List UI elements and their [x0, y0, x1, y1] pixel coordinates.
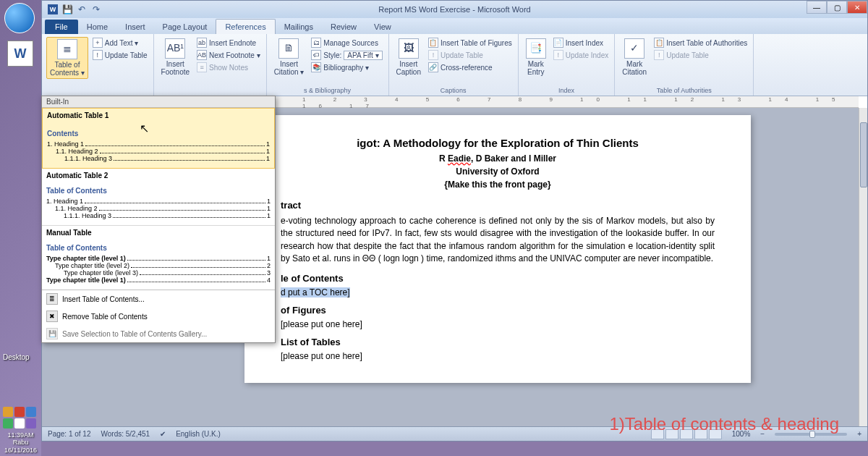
doc-university: University of Oxford: [281, 166, 715, 177]
abstract-body: e-voting technology approach to cache co…: [281, 215, 715, 266]
doc-authors: R Eadie, D Baker and I Miller: [281, 153, 715, 164]
cross-reference-button[interactable]: 🔗Cross-reference: [427, 62, 514, 73]
table-of-contents-button[interactable]: ≣ Table of Contents ▾: [46, 37, 88, 79]
insert-index-button[interactable]: 📄Insert Index: [552, 37, 610, 48]
minimize-button[interactable]: —: [807, 1, 827, 14]
mark-citation-icon: ✓: [624, 38, 644, 59]
tab-insert[interactable]: Insert: [116, 20, 154, 34]
insert-toc-icon: ≣: [46, 293, 58, 305]
endnote-icon: ab: [197, 38, 207, 48]
notes-icon: ≡: [197, 62, 207, 72]
word-icon: W: [48, 4, 58, 14]
status-proof-icon[interactable]: ✔: [160, 430, 166, 438]
citation-style-dropdown[interactable]: 🏷Style: APA Fift ▾: [310, 49, 383, 61]
dropdown-section-builtin: Built-In: [42, 96, 275, 108]
figs-icon: 📋: [428, 38, 438, 48]
tab-page-layout[interactable]: Page Layout: [154, 20, 216, 34]
title-bar: W 💾 ↶ ↷ Report MS Word Exercise - Micros…: [42, 1, 867, 18]
insert-citation-button[interactable]: 🗎 Insert Citation ▾: [271, 37, 307, 77]
cross-icon: 🔗: [428, 62, 438, 72]
tray-icon[interactable]: [3, 418, 13, 428]
save-toc-gallery-menuitem[interactable]: 💾Save Selection to Table of Contents Gal…: [42, 325, 275, 342]
window-title: Report MS Word Exercise - Microsoft Word: [378, 5, 530, 14]
update-index-button[interactable]: !Update Index: [552, 49, 610, 61]
tab-review[interactable]: Review: [322, 20, 365, 34]
tray-icon[interactable]: [3, 407, 13, 417]
lof-placeholder: [please put one here]: [281, 319, 715, 329]
tray-icon[interactable]: [26, 407, 36, 417]
qat-undo-icon[interactable]: ↶: [77, 4, 87, 14]
show-notes-button[interactable]: ≡Show Notes: [195, 62, 262, 73]
toc-style-automatic-2[interactable]: Automatic Table 2 Table of Contents 1. H…: [42, 169, 275, 226]
update-captions-button[interactable]: !Update Table: [427, 49, 514, 61]
document-page[interactable]: igot: A Methodology for the Exploration …: [244, 115, 751, 383]
vertical-scrollbar[interactable]: [859, 108, 867, 426]
bibliography-button[interactable]: 📚Bibliography ▾: [310, 62, 383, 73]
toc-placeholder: d put a TOC here]: [281, 287, 715, 297]
maximize-button[interactable]: ▢: [827, 1, 847, 14]
mark-citation-button[interactable]: ✓ Mark Citation: [619, 37, 650, 77]
tab-references[interactable]: References: [216, 19, 275, 34]
footnote-icon: AB¹: [165, 38, 185, 59]
insert-toc-menuitem[interactable]: ≣Insert Table of Contents...: [42, 290, 275, 308]
zoom-in-button[interactable]: +: [857, 430, 861, 438]
doc-title: igot: A Methodology for the Exploration …: [281, 137, 715, 149]
bib-icon: 📚: [311, 62, 321, 72]
doc-front-note: {Make this the front page}: [281, 180, 715, 190]
lot-placeholder: [please put one here]: [281, 351, 715, 361]
tray-icon[interactable]: [26, 418, 36, 428]
manage-sources-button[interactable]: 🗂Manage Sources: [310, 37, 383, 48]
add-text-button[interactable]: +Add Text ▾: [91, 37, 149, 48]
start-button[interactable]: [4, 3, 35, 33]
toc-heading: le of Contents: [281, 273, 715, 284]
status-language[interactable]: English (U.K.): [176, 430, 221, 438]
insert-footnote-button[interactable]: AB¹ Insert Footnote: [158, 37, 192, 77]
tray-icon[interactable]: [14, 407, 25, 417]
tab-view[interactable]: View: [365, 20, 400, 34]
scrollbar-thumb[interactable]: [860, 122, 867, 187]
update-icon: !: [654, 50, 664, 60]
auth-icon: 📋: [654, 38, 664, 48]
tab-mailings[interactable]: Mailings: [276, 20, 322, 34]
toc-icon: ≣: [57, 39, 77, 59]
add-text-icon: +: [93, 38, 103, 48]
toc-style-manual[interactable]: Manual Table Table of Contents Type chap…: [42, 226, 275, 290]
desktop-label: Desktop: [3, 353, 30, 361]
update-icon: !: [93, 50, 103, 60]
insert-table-figures-button[interactable]: 📋Insert Table of Figures: [427, 37, 514, 48]
tab-file[interactable]: File: [45, 20, 78, 34]
status-words[interactable]: Words: 5/2,451: [101, 430, 150, 438]
index-icon: 📄: [553, 38, 563, 48]
mark-entry-icon: 📑: [526, 38, 546, 59]
save-gallery-icon: 💾: [46, 328, 58, 339]
taskbar-clock[interactable]: 11:39AM Rabu 16/11/2016: [3, 431, 38, 455]
insert-caption-button[interactable]: 🖼 Insert Caption: [393, 37, 424, 77]
update-icon: !: [553, 50, 563, 60]
insert-endnote-button[interactable]: abInsert Endnote: [195, 37, 262, 48]
next-footnote-button[interactable]: ABNext Footnote ▾: [195, 49, 262, 61]
status-page[interactable]: Page: 1 of 12: [48, 430, 91, 438]
update-table-button[interactable]: !Update Table: [91, 49, 149, 61]
tray-icon[interactable]: [14, 418, 25, 428]
toc-gallery-dropdown: Built-In Automatic Table 1 Contents 1. H…: [41, 96, 276, 343]
remove-toc-menuitem[interactable]: ✖Remove Table of Contents: [42, 308, 275, 325]
abstract-heading: tract: [281, 200, 715, 211]
update-icon: !: [428, 50, 438, 60]
lof-heading: of Figures: [281, 305, 715, 316]
remove-toc-icon: ✖: [46, 311, 58, 322]
close-button[interactable]: ✕: [847, 1, 867, 14]
sources-icon: 🗂: [311, 38, 321, 48]
toc-style-automatic-1[interactable]: Automatic Table 1 Contents 1. Heading 11…: [42, 108, 275, 169]
citation-icon: 🗎: [278, 38, 299, 59]
next-icon: AB: [197, 50, 207, 60]
word-shortcut-icon[interactable]: W: [7, 41, 33, 67]
tab-home[interactable]: Home: [78, 20, 116, 34]
mark-entry-button[interactable]: 📑 Mark Entry: [523, 37, 549, 77]
system-tray: 11:39AM Rabu 16/11/2016: [1, 405, 40, 456]
ribbon-tabs: File Home Insert Page Layout References …: [42, 18, 867, 34]
update-authorities-button[interactable]: !Update Table: [652, 49, 749, 61]
qat-redo-icon[interactable]: ↷: [91, 4, 101, 14]
insert-authorities-button[interactable]: 📋Insert Table of Authorities: [652, 37, 749, 48]
style-icon: 🏷: [311, 50, 321, 60]
qat-save-icon[interactable]: 💾: [62, 4, 72, 14]
